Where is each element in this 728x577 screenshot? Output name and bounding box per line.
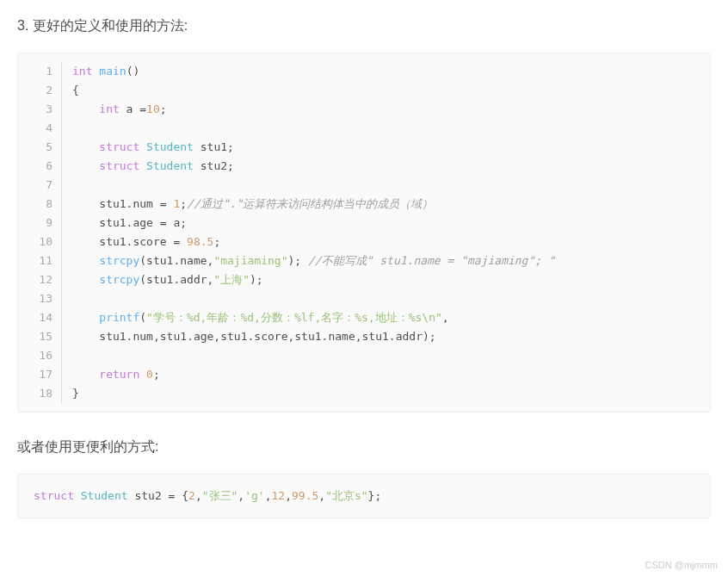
code-line: 4 [18, 119, 710, 138]
line-number: 12 [18, 270, 62, 289]
line-number: 10 [18, 233, 62, 251]
line-number: 6 [18, 157, 62, 176]
code-line: 16 [18, 346, 710, 365]
code-line: 12 strcpy(stu1.addr,"上海"); [18, 270, 710, 289]
code-content: strcpy(stu1.name,"majiaming"); //不能写成" s… [62, 251, 555, 270]
code-content: } [62, 384, 79, 403]
code-content [62, 119, 72, 138]
code-content: stu1.score = 98.5; [62, 233, 220, 251]
code-line: 2{ [18, 81, 710, 100]
line-number: 2 [18, 81, 62, 100]
code-content [62, 289, 72, 308]
code-line: 6 struct Student stu2; [18, 157, 710, 176]
line-number: 3 [18, 100, 62, 119]
line-number: 14 [18, 308, 62, 327]
code-line: 18} [18, 384, 710, 403]
code-content: struct Student stu2; [62, 157, 234, 176]
line-number: 15 [18, 327, 62, 346]
code-line: 13 [18, 289, 710, 308]
code-line: 1int main() [18, 62, 710, 81]
code-content: strcpy(stu1.addr,"上海"); [62, 270, 263, 289]
code-content: stu1.age = a; [62, 214, 187, 233]
code-content: { [62, 81, 79, 100]
sub-text: 或者使用更便利的方式: [17, 438, 711, 456]
code-content: printf("学号：%d,年龄：%d,分数：%lf,名字：%s,地址：%s\n… [62, 308, 449, 327]
code-line: 14 printf("学号：%d,年龄：%d,分数：%lf,名字：%s,地址：%… [18, 308, 710, 327]
code-content: return 0; [62, 365, 160, 384]
code-line: 9 stu1.age = a; [18, 214, 710, 233]
code-line: 5 struct Student stu1; [18, 138, 710, 157]
section-heading: 3. 更好的定义和使用的方法: [17, 17, 711, 35]
code-content: stu1.num = 1;//通过"."运算符来访问结构体当中的成员（域） [62, 195, 433, 214]
code-block-2: struct Student stu2 = {2,"张三",'g',12,99.… [17, 474, 711, 518]
code-content [62, 346, 72, 365]
code-line: 15 stu1.num,stu1.age,stu1.score,stu1.nam… [18, 327, 710, 346]
watermark: CSDN @mjmmm [645, 560, 719, 561]
code-line: 3 int a =10; [18, 100, 710, 119]
line-number: 16 [18, 346, 62, 365]
code-content: struct Student stu1; [62, 138, 234, 157]
line-number: 5 [18, 138, 62, 157]
code-content: stu1.num,stu1.age,stu1.score,stu1.name,s… [62, 327, 436, 346]
code-line: struct Student stu2 = {2,"张三",'g',12,99.… [34, 487, 694, 506]
code-content: struct Student stu2 = {2,"张三",'g',12,99.… [34, 487, 381, 506]
line-number: 9 [18, 214, 62, 233]
line-number: 11 [18, 251, 62, 270]
code-block-1: 1int main()2{3 int a =10;45 struct Stude… [17, 53, 711, 413]
code-line: 10 stu1.score = 98.5; [18, 233, 710, 251]
code-content [62, 176, 72, 195]
code-line: 8 stu1.num = 1;//通过"."运算符来访问结构体当中的成员（域） [18, 195, 710, 214]
line-number: 4 [18, 119, 62, 138]
line-number: 18 [18, 384, 62, 403]
line-number: 17 [18, 365, 62, 384]
line-number: 1 [18, 62, 62, 81]
line-number: 7 [18, 176, 62, 195]
code-line: 17 return 0; [18, 365, 710, 384]
code-content: int main() [62, 62, 139, 81]
code-line: 11 strcpy(stu1.name,"majiaming"); //不能写成… [18, 251, 710, 270]
code-content: int a =10; [62, 100, 167, 119]
line-number: 8 [18, 195, 62, 214]
code-line: 7 [18, 176, 710, 195]
line-number: 13 [18, 289, 62, 308]
